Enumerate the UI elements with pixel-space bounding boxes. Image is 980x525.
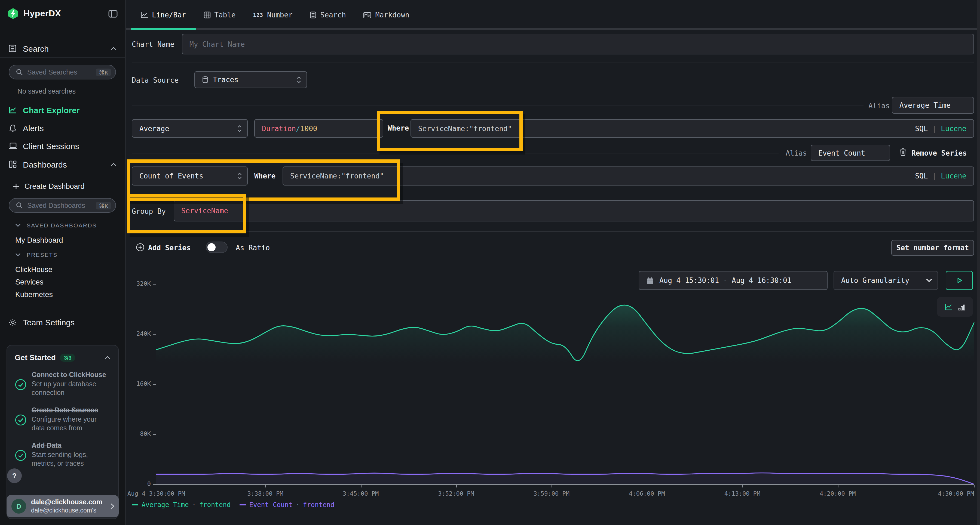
alias-label: Alias [786,149,807,157]
tab-label: Line/Bar [152,11,186,19]
sql-mode[interactable]: SQL [915,124,928,132]
series2-where-input[interactable]: ServiceName:"frontend" SQL|Lucene [283,167,974,186]
sidebar-section-search[interactable]: Search [0,41,125,56]
y-tick-label: 240K [132,330,151,337]
sidebar-item-label: Team Settings [23,317,75,327]
sidebar-item-preset-services[interactable]: Services [0,277,125,287]
sql-mode[interactable]: SQL [915,172,928,180]
get-started-card: Get Started 3/3 Connect to ClickHouse Se… [6,345,119,519]
trash-icon[interactable] [899,148,907,156]
add-series-button[interactable]: Add Series [148,244,191,252]
query-language-toggle[interactable]: SQL|Lucene [915,124,966,132]
tab-active-underline [131,28,196,30]
sidebar-divider [0,57,125,58]
shortcut-badge: ⌘K [96,68,111,76]
series1-field-input[interactable]: Duration/1000 [254,119,383,138]
check-circle-icon [15,407,27,433]
saved-dashboards-group[interactable]: SAVED DASHBOARDS [0,221,125,230]
remove-series-button[interactable]: Remove Series [912,149,967,157]
lucene-mode[interactable]: Lucene [941,172,966,180]
sidebar-item-label: Alerts [23,123,44,132]
tab-number[interactable]: 123 Number [253,11,293,19]
group-header-label: PRESETS [27,251,57,258]
create-dashboard-button[interactable]: Create Dashboard [0,181,125,192]
x-tick-label: 4:06:00 PM [629,490,665,497]
sidebar: HyperDX Search Saved Searches ⌘K No save… [0,0,126,525]
series2-where-query: ServiceName:"frontend" [283,172,384,180]
preset-link-label: Kubernetes [15,290,53,298]
presets-group[interactable]: PRESETS [0,250,125,259]
x-tick-mark [552,485,552,487]
sidebar-item-dashboards[interactable]: Dashboards [0,158,125,171]
series2-aggregation-value: Count of Events [132,172,204,180]
chevron-up-icon[interactable] [105,355,111,359]
as-ratio-toggle[interactable] [206,241,228,253]
data-source-select[interactable]: Traces [194,71,307,88]
tab-line-bar[interactable]: Line/Bar [140,11,186,19]
sidebar-item-label: Dashboards [23,160,67,169]
sidebar-item-chart-explorer[interactable]: Chart Explorer [0,103,125,116]
series1-aggregation-select[interactable]: Average [132,119,248,138]
saved-searches-input[interactable]: Saved Searches ⌘K [9,65,116,79]
x-tick-label: 3:45:00 PM [343,490,379,497]
sidebar-item-client-sessions[interactable]: Client Sessions [0,139,125,152]
get-started-step[interactable]: Connect to ClickHouse Set up your databa… [15,371,111,397]
series1-where-label: Where [388,124,409,132]
saved-dashboards-input[interactable]: Saved Dashboards ⌘K [9,198,116,213]
chevron-up-icon [111,46,116,50]
tab-table[interactable]: Table [204,11,235,19]
sidebar-item-alerts[interactable]: Alerts [0,121,125,134]
series1-where-input[interactable]: ServiceName:"frontend" SQL|Lucene [410,119,974,138]
row-divider [132,63,974,63]
sidebar-item-preset-clickhouse[interactable]: ClickHouse [0,265,125,274]
chart-name-input[interactable]: My Chart Name [182,34,974,54]
legend-swatch [132,504,138,505]
check-circle-icon [15,442,27,468]
step-title: Add Data [32,441,111,450]
scrollbar-track[interactable] [977,0,980,525]
group-by-label: Group By [132,207,166,216]
set-number-format-button[interactable]: Set number format [891,240,974,256]
shortcut-badge: ⌘K [96,201,111,209]
legend-series-name: Event Count [249,501,293,509]
sidebar-item-team-settings[interactable]: Team Settings [0,316,125,328]
series2-alias-value: Event Count [811,149,865,157]
series2-alias-input[interactable]: Event Count [811,145,890,161]
lucene-mode[interactable]: Lucene [941,124,966,132]
collapse-sidebar-icon[interactable] [108,10,118,18]
series1-alias-input[interactable]: Average Time [892,97,974,114]
add-circle-icon[interactable] [136,243,144,251]
y-tick-label: 0 [132,481,151,487]
user-menu[interactable]: D dale@clickhouse.com dale@clickhouse.co… [6,495,119,517]
granularity-value: Auto Granularity [834,276,909,284]
x-tick-label: 3:59:00 PM [533,490,570,497]
legend-item-event-count[interactable]: Event Count · frontend [239,501,334,509]
sidebar-item-label: Chart Explorer [23,105,80,114]
group-by-input[interactable]: ServiceName [174,200,974,221]
plot-area[interactable] [156,284,974,484]
tab-label: Markdown [375,11,409,19]
sidebar-item-my-dashboard[interactable]: My Dashboard [0,235,125,245]
row-divider [132,231,974,232]
saved-searches-placeholder: Saved Searches [27,68,96,76]
logo-row: HyperDX [0,6,125,21]
number-token: 1000 [300,124,317,132]
sidebar-item-preset-kubernetes[interactable]: Kubernetes [0,289,125,299]
get-started-step[interactable]: Add Data Start sending logs, metrics, or… [15,441,111,468]
chart-legend: Average Time · frontend Event Count · fr… [132,501,334,509]
step-desc: Configure where your data comes from [32,415,111,433]
tab-search[interactable]: Search [310,11,346,19]
query-language-toggle[interactable]: SQL|Lucene [915,172,966,180]
document-lines-icon [310,11,317,19]
group-by-value: ServiceName [174,207,228,215]
x-tick-label: 4:13:00 PM [724,490,760,497]
series2-aggregation-select[interactable]: Count of Events [132,167,248,186]
tab-markdown[interactable]: Markdown [363,11,409,19]
help-button[interactable]: ? [7,468,22,483]
timeseries-chart[interactable]: 080K160K240K320K Aug 4 3:30:00 PM3:38:00… [132,284,974,518]
toggle-knob [207,243,216,251]
get-started-step[interactable]: Create Data Sources Configure where your… [15,406,111,433]
legend-separator: · [296,501,299,509]
legend-item-average-time[interactable]: Average Time · frontend [132,501,231,509]
chevron-down-icon [15,224,21,227]
